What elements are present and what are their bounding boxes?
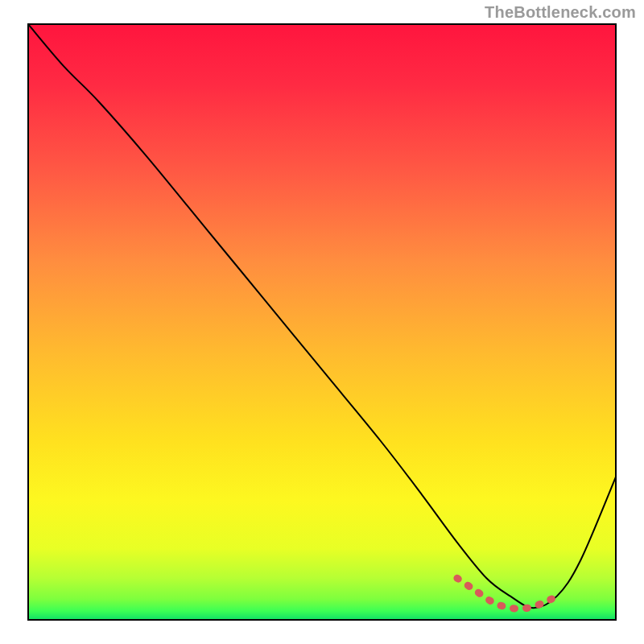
watermark-text: TheBottleneck.com [485,3,636,22]
plot-area [28,24,616,620]
gradient-background [28,24,616,620]
bottleneck-chart [0,0,644,644]
chart-stage: TheBottleneck.com [0,0,644,644]
